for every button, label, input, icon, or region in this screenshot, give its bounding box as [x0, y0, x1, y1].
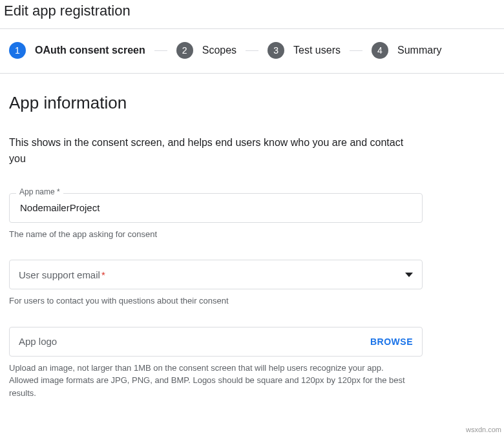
support-email-helper: For users to contact you with questions …	[9, 295, 410, 307]
step-number-4: 4	[372, 42, 388, 59]
step-number-1: 1	[9, 42, 26, 59]
step-scopes[interactable]: 2 Scopes	[176, 42, 236, 59]
section-description: This shows in the consent screen, and he…	[9, 135, 410, 167]
app-logo-input-outline[interactable]: App logo BROWSE	[9, 327, 423, 357]
support-email-select[interactable]: User support email*	[9, 260, 423, 289]
field-app-logo: App logo BROWSE Upload an image, not lar…	[9, 327, 423, 400]
step-number-2: 2	[176, 42, 193, 59]
step-label-3: Test users	[293, 45, 341, 56]
app-logo-helper: Upload an image, not larger than 1MB on …	[9, 362, 410, 400]
page-title: Edit app registration	[0, 0, 504, 28]
stepper: 1 OAuth consent screen 2 Scopes 3 Test u…	[0, 29, 504, 73]
step-label-4: Summary	[397, 45, 441, 56]
field-support-email: User support email* For users to contact…	[9, 260, 423, 307]
app-logo-label: App logo	[19, 336, 57, 347]
support-email-label: User support email*	[19, 269, 105, 280]
step-connector	[154, 50, 167, 51]
step-connector	[350, 50, 362, 51]
chevron-down-icon	[405, 273, 413, 277]
content: App information This shows in the consen…	[0, 74, 504, 399]
step-connector	[246, 50, 258, 51]
step-summary[interactable]: 4 Summary	[372, 42, 441, 59]
step-label-1: OAuth consent screen	[35, 45, 145, 56]
app-name-label: App name *	[16, 187, 63, 196]
step-number-3: 3	[268, 42, 284, 59]
step-test-users[interactable]: 3 Test users	[268, 42, 341, 59]
field-app-name: App name * The name of the app asking fo…	[9, 193, 423, 241]
section-heading: App information	[9, 93, 495, 113]
app-name-input-outline[interactable]: App name *	[9, 193, 423, 223]
app-name-input[interactable]	[19, 202, 413, 214]
app-name-helper: The name of the app asking for consent	[9, 228, 410, 241]
browse-button[interactable]: BROWSE	[370, 337, 413, 347]
step-label-2: Scopes	[202, 45, 236, 56]
step-oauth-consent[interactable]: 1 OAuth consent screen	[9, 42, 145, 59]
